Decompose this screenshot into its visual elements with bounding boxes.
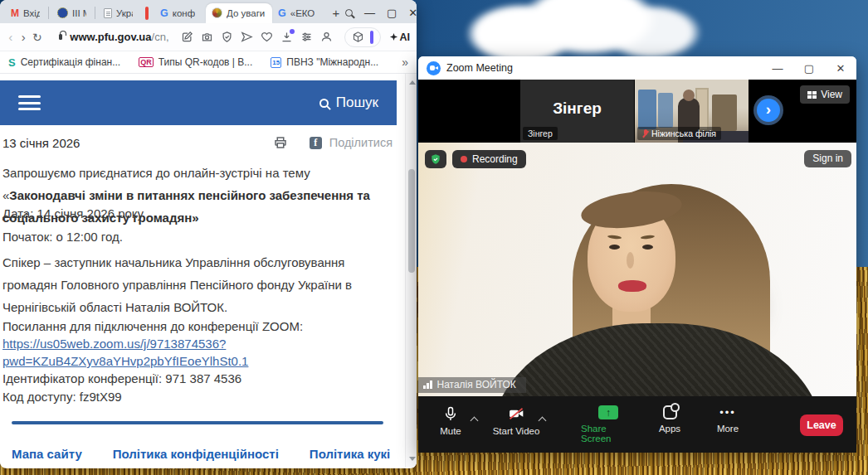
tab-group-indicator bbox=[145, 7, 149, 20]
recording-dot-icon bbox=[461, 156, 467, 162]
more-dots-icon: ••• bbox=[719, 405, 736, 419]
video-off-icon bbox=[507, 405, 525, 422]
page-scrollbar[interactable] bbox=[405, 74, 417, 468]
shield-check-icon[interactable] bbox=[221, 31, 233, 43]
speaker-nose bbox=[627, 252, 634, 269]
url-host: www.pfu.gov.ua bbox=[70, 31, 151, 43]
participant-tile-nizhyn[interactable]: Ніжинська філія bbox=[635, 80, 749, 143]
tab-search-icon[interactable] bbox=[345, 9, 353, 17]
participant-tile-zinger[interactable]: Зінгер Зінгер bbox=[520, 80, 634, 143]
footer-link-cookies[interactable]: Політика кукі bbox=[310, 447, 390, 461]
back-icon[interactable]: ‹ bbox=[7, 30, 14, 44]
search-label: Пошук bbox=[336, 95, 378, 111]
tab-scroll-indicator bbox=[370, 31, 373, 44]
bookmark-item[interactable]: 15 ПВНЗ "Міжнародн... bbox=[271, 56, 378, 68]
print-icon[interactable] bbox=[273, 135, 288, 150]
footer-link-sitemap[interactable]: Мапа сайту bbox=[12, 447, 82, 461]
browser-address-bar: ‹ › ↻ www.pfu.gov.ua/cn, bbox=[0, 23, 417, 51]
menu-icon[interactable] bbox=[18, 95, 41, 110]
recording-indicator[interactable]: Recording bbox=[452, 150, 526, 168]
heart-icon[interactable] bbox=[261, 31, 273, 43]
apps-button[interactable]: Apps bbox=[651, 405, 689, 434]
tab-google-1[interactable]: G конф bbox=[154, 3, 206, 23]
zoom-meeting-link[interactable]: https://us05web.zoom.us/j/9713874536? bbox=[2, 337, 226, 351]
more-button[interactable]: ••• More bbox=[709, 405, 747, 434]
zoom-meeting-link[interactable]: pwd=KZuB4ZXyv8aYHvp2pbYfIEoeYlhSt0.1 bbox=[2, 354, 248, 368]
bookmarks-overflow-button[interactable]: » bbox=[402, 56, 408, 69]
main-speaker-video: Recording Sign in Наталія ВОЙТОК bbox=[418, 143, 856, 396]
room-person-head bbox=[683, 90, 695, 101]
zoom-window: Zoom Meeting — ▢ ✕ Зінгер Зінгер bbox=[418, 56, 856, 453]
certification-icon: S bbox=[8, 56, 16, 69]
microphone-icon bbox=[442, 405, 459, 422]
pinned-tab-doc[interactable]: Укра bbox=[98, 3, 139, 23]
gmail-icon: M bbox=[11, 7, 19, 19]
tab-label: конф bbox=[173, 8, 195, 18]
mute-button[interactable]: Mute bbox=[432, 405, 470, 436]
sliders-icon[interactable] bbox=[300, 31, 313, 43]
share-screen-label: Share Screen bbox=[581, 424, 636, 443]
bookmark-item[interactable]: S Сертифікація фінан... bbox=[8, 56, 120, 69]
share-label[interactable]: Поділитися bbox=[329, 136, 393, 149]
pinned-tab-label: Укра bbox=[116, 8, 133, 18]
view-button[interactable]: View bbox=[800, 85, 850, 104]
tab-active-pfu[interactable]: До уваги bbox=[206, 3, 272, 23]
sidebar-pill bbox=[344, 27, 381, 47]
browser-window: M Вхід ІІІ М Укра G конф До уваги bbox=[0, 0, 417, 468]
edit-share-icon[interactable] bbox=[181, 31, 193, 43]
maximize-button[interactable]: ▢ bbox=[793, 62, 825, 75]
maximize-button[interactable]: ▢ bbox=[387, 7, 397, 18]
forward-icon[interactable]: › bbox=[19, 30, 27, 44]
share-screen-button[interactable]: ↑ Share Screen bbox=[581, 405, 636, 443]
pinned-tab-eu[interactable]: ІІІ М bbox=[51, 3, 92, 23]
close-button[interactable]: ✕ bbox=[825, 62, 856, 75]
bookmarks-bar: S Сертифікація фінан... QR Типы QR-кодов… bbox=[0, 51, 417, 74]
scroll-up-arrow[interactable] bbox=[409, 80, 416, 85]
mute-options-chevron[interactable] bbox=[471, 417, 479, 425]
footer-link-privacy[interactable]: Політика конфіденційності bbox=[113, 447, 279, 461]
reload-icon[interactable]: ↻ bbox=[32, 31, 42, 44]
facebook-icon[interactable]: f bbox=[310, 137, 322, 149]
new-tab-button[interactable]: + bbox=[327, 4, 345, 22]
apps-icon bbox=[663, 405, 677, 419]
footer-divider bbox=[12, 421, 383, 424]
browser-tab-bar: M Вхід ІІІ М Укра G конф До уваги bbox=[0, 0, 417, 23]
scrollbar-thumb[interactable] bbox=[408, 169, 415, 273]
site-header: Пошук bbox=[0, 80, 397, 125]
link-intro-line: Посилання для підключення до конференції… bbox=[2, 319, 303, 333]
grid-view-icon bbox=[807, 91, 817, 99]
address-bar-icons bbox=[181, 31, 333, 43]
date-line: Дата: 14 січня 2026 року bbox=[2, 206, 144, 221]
send-icon[interactable] bbox=[241, 31, 253, 43]
cube-icon[interactable] bbox=[352, 31, 364, 43]
article-date: 13 січня 2026 bbox=[2, 136, 80, 150]
speaker-sweater bbox=[491, 323, 823, 396]
site-search-button[interactable]: Пошук bbox=[319, 95, 378, 111]
security-shield-chip[interactable] bbox=[425, 150, 446, 168]
pinned-tab-gmail[interactable]: M Вхід bbox=[5, 3, 46, 23]
close-button[interactable]: ✕ bbox=[408, 7, 417, 18]
signal-bars-icon bbox=[423, 380, 432, 389]
ai-assistant-icon[interactable]: AI bbox=[389, 32, 411, 43]
start-video-label: Start Video bbox=[493, 426, 540, 436]
speaker-paragraph: Спікер – заступник начальника Управління… bbox=[2, 251, 389, 318]
sign-in-button[interactable]: Sign in bbox=[804, 150, 851, 167]
profile-icon[interactable] bbox=[320, 31, 333, 43]
start-video-button[interactable]: Start Video bbox=[491, 405, 541, 436]
downloads-icon[interactable] bbox=[280, 31, 293, 43]
leave-button[interactable]: Leave bbox=[800, 414, 843, 436]
participants-filmstrip: Зінгер Зінгер Ніжинська філія › View bbox=[418, 80, 856, 143]
time-line: Початок: о 12:00 год. bbox=[2, 230, 123, 244]
bookmark-item[interactable]: QR Типы QR-кодов | B... bbox=[139, 56, 252, 68]
scroll-down-arrow[interactable] bbox=[409, 457, 416, 461]
recording-label: Recording bbox=[472, 153, 518, 165]
camera-icon[interactable] bbox=[201, 31, 213, 43]
tab-google-2[interactable]: G «ЕКО bbox=[272, 3, 324, 23]
document-icon bbox=[104, 8, 112, 18]
minimize-button[interactable]: — bbox=[762, 62, 793, 75]
apps-label: Apps bbox=[659, 424, 680, 434]
meeting-status-row: Recording bbox=[425, 150, 526, 168]
next-participants-button[interactable]: › bbox=[757, 99, 780, 122]
minimize-button[interactable]: — bbox=[364, 7, 375, 18]
url-text[interactable]: www.pfu.gov.ua/cn, bbox=[70, 31, 168, 43]
